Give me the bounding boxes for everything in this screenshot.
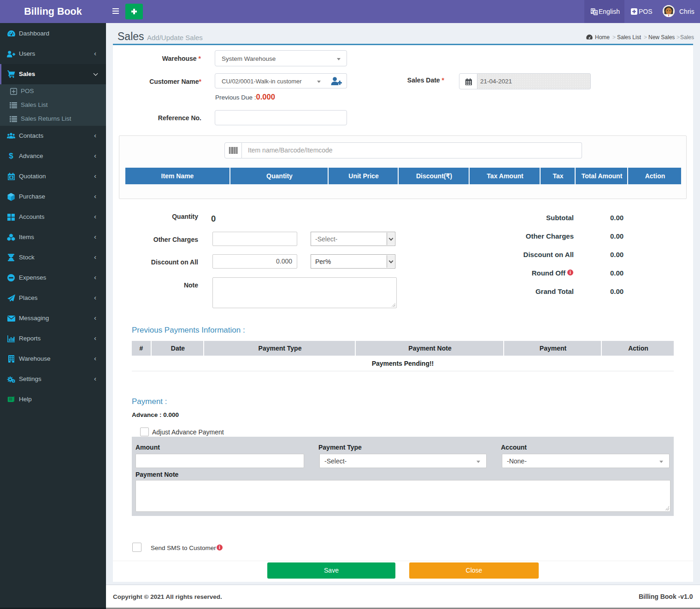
svg-text:A: A bbox=[594, 11, 597, 15]
